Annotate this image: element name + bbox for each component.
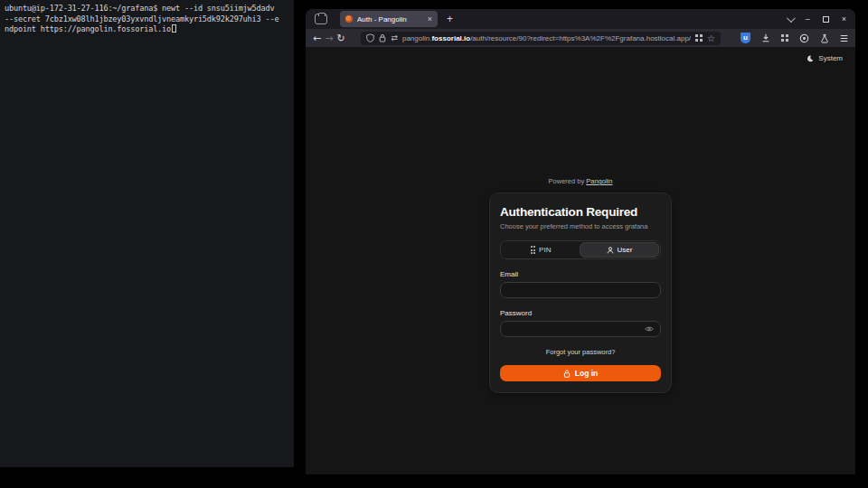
- tab-close-icon[interactable]: ×: [428, 14, 432, 23]
- login-lock-icon: [563, 370, 571, 378]
- hamburger-menu-icon[interactable]: ☰: [840, 33, 848, 43]
- password-field-wrap: [500, 321, 661, 337]
- page-actions-grid-icon[interactable]: [695, 34, 703, 42]
- email-field-wrap: [500, 282, 661, 298]
- theme-label: System: [818, 54, 843, 62]
- terminal-line: ubuntu@ip-172-31-27-116:~/grafana$ newt …: [5, 4, 289, 14]
- email-label: Email: [500, 270, 661, 278]
- permissions-arrows-icon[interactable]: ⇄: [391, 33, 398, 42]
- keypad-icon: [531, 246, 536, 254]
- auth-card: Authentication Required Choose your pref…: [489, 192, 672, 393]
- terminal-cursor: [172, 24, 176, 33]
- window-minimize-button[interactable]: –: [806, 14, 810, 23]
- terminal-line: ndpoint https://pangolin.fossorial.io: [5, 24, 289, 35]
- navigation-toolbar: ← → ↻ ⇄ pangolin.fossorial.io/auth/resou…: [306, 29, 855, 47]
- back-button[interactable]: ←: [313, 33, 321, 44]
- terminal-line: --secret 7cbz1xw08lh1jbzey03yxvndljvneam…: [5, 14, 289, 25]
- card-subtitle: Choose your preferred method to access g…: [500, 222, 661, 230]
- theme-toggle[interactable]: System: [807, 54, 843, 62]
- window-maximize-button[interactable]: [823, 16, 829, 23]
- forgot-password-link[interactable]: Forgot your password?: [500, 348, 661, 356]
- tab-auth-pangolin[interactable]: Auth - Pangolin ×: [340, 11, 438, 27]
- tab-pin[interactable]: PIN: [502, 242, 580, 258]
- downloads-icon[interactable]: [761, 33, 770, 42]
- url-bar[interactable]: ⇄ pangolin.fossorial.io/auth/resource/90…: [361, 32, 721, 45]
- card-title: Authentication Required: [500, 205, 661, 219]
- ublock-extension-icon[interactable]: u: [741, 33, 750, 43]
- tab-user[interactable]: User: [580, 242, 659, 258]
- terminal-window[interactable]: ubuntu@ip-172-31-27-116:~/grafana$ newt …: [0, 0, 294, 467]
- forward-button[interactable]: →: [325, 33, 333, 44]
- powered-by: Powered by Pangolin: [549, 177, 613, 185]
- page-content: System Powered by Pangolin Authenticatio…: [306, 47, 855, 474]
- lock-icon[interactable]: [379, 33, 386, 42]
- pangolin-favicon: [345, 15, 353, 23]
- firefox-view-icon[interactable]: [315, 14, 327, 24]
- login-button[interactable]: Log in: [500, 365, 661, 381]
- password-label: Password: [500, 309, 661, 317]
- extensions-icon[interactable]: [781, 34, 788, 42]
- auth-method-tabs: PIN User: [500, 240, 661, 259]
- window-close-button[interactable]: ×: [842, 14, 846, 23]
- user-icon: [607, 247, 614, 254]
- tab-bar: Auth - Pangolin × + – ×: [306, 9, 855, 29]
- url-text[interactable]: pangolin.fossorial.io/auth/resource/90?r…: [402, 34, 691, 42]
- account-icon[interactable]: [799, 33, 809, 43]
- show-password-eye-icon[interactable]: [645, 325, 654, 333]
- password-field[interactable]: [507, 325, 645, 333]
- list-tabs-chevron-icon[interactable]: [787, 14, 796, 23]
- browser-window: Auth - Pangolin × + – × ← → ↻ ⇄ pangolin…: [306, 9, 855, 474]
- reload-button[interactable]: ↻: [336, 33, 344, 44]
- pangolin-link[interactable]: Pangolin: [586, 177, 612, 185]
- bookmark-star-icon[interactable]: ☆: [707, 33, 715, 43]
- tab-title: Auth - Pangolin: [357, 15, 423, 23]
- flask-icon[interactable]: [820, 33, 829, 43]
- email-field[interactable]: [507, 286, 654, 295]
- new-tab-button[interactable]: +: [447, 13, 453, 25]
- moon-icon: [807, 55, 814, 62]
- tracking-shield-icon[interactable]: [366, 33, 374, 42]
